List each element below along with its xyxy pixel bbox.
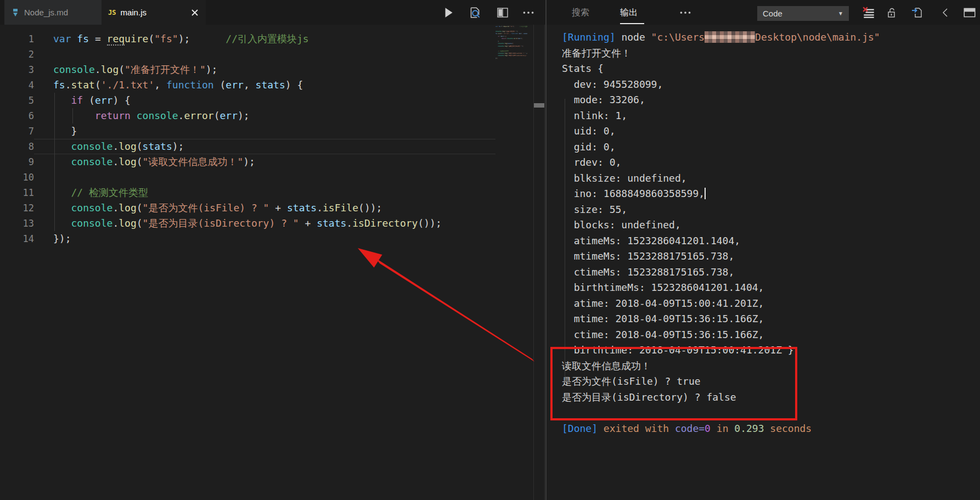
censored-username <box>705 31 755 43</box>
search-editor-button[interactable] <box>465 4 484 21</box>
unlock-scroll-button[interactable] <box>882 4 901 21</box>
overview-ruler <box>533 25 534 500</box>
line-number: 13 <box>0 216 34 231</box>
output-line[interactable]: birthtimeMs: 1523286041201.1404, <box>562 280 980 296</box>
line-number: 8 <box>0 139 34 154</box>
code-line[interactable]: 4fs.stat('./1.txt', function (err, stats… <box>0 77 495 93</box>
open-output-in-editor-button[interactable] <box>908 4 926 21</box>
code-line[interactable]: 12 console.log("是否为文件(isFile) ? " + stat… <box>0 200 495 216</box>
close-icon[interactable] <box>190 8 199 17</box>
collapse-panel-button[interactable] <box>936 4 955 21</box>
vscode-window: Node_js.md JS main.js 搜索 输出 <box>0 0 980 500</box>
text-cursor <box>705 188 706 199</box>
output-line[interactable]: Stats { <box>562 61 980 77</box>
output-line[interactable]: mtimeMs: 1523288175165.738, <box>562 249 980 265</box>
code-line[interactable]: 9 console.log("读取文件信息成功！"); <box>0 154 495 170</box>
output-channel-dropdown[interactable]: Code ▼ <box>757 6 849 21</box>
code-line[interactable]: 5 if (err) { <box>0 93 495 108</box>
code-line[interactable]: 7 } <box>0 123 495 139</box>
tab-bar: Node_js.md JS main.js 搜索 输出 <box>0 0 980 25</box>
code-line[interactable]: 11 // 检测文件类型 <box>0 185 495 200</box>
maximize-panel-button[interactable] <box>960 4 979 21</box>
split-editor-button[interactable] <box>493 4 512 21</box>
code-line[interactable]: 8 console.log(stats); <box>0 139 495 154</box>
line-number: 9 <box>0 154 34 170</box>
tab-nodejs-md[interactable]: Node_js.md <box>4 0 102 25</box>
javascript-icon: JS <box>108 9 116 16</box>
panel-tab-search[interactable]: 搜索 <box>572 0 589 25</box>
output-line[interactable]: atimeMs: 1523286041201.1404, <box>562 233 980 249</box>
line-number: 6 <box>0 108 34 123</box>
output-line[interactable]: mtime: 2018-04-09T15:36:15.166Z, <box>562 311 980 327</box>
clear-output-button[interactable] <box>859 4 878 21</box>
output-line[interactable] <box>562 405 980 421</box>
line-number: 10 <box>0 170 34 185</box>
indent-guide <box>565 99 565 380</box>
output-line[interactable]: ctimeMs: 1523288175165.738, <box>562 265 980 280</box>
panel-more-actions-icon[interactable] <box>676 4 695 21</box>
output-line[interactable]: gid: 0, <box>562 139 980 155</box>
output-content[interactable]: [Running] node "c:\UsersDesktop\node\mai… <box>547 30 980 436</box>
code-line[interactable]: 6 return console.error(err); <box>0 108 495 123</box>
output-panel[interactable]: [Running] node "c:\UsersDesktop\node\mai… <box>547 25 980 500</box>
output-line[interactable]: blksize: undefined, <box>562 171 980 187</box>
code-line[interactable]: 10 <box>0 170 495 185</box>
line-number: 14 <box>0 231 34 246</box>
more-actions-icon[interactable] <box>519 4 538 21</box>
code-lines[interactable]: 1var fs = require("fs"); //引入内置模块js23con… <box>0 31 495 246</box>
line-number: 11 <box>0 185 34 200</box>
active-panel-tab-indicator <box>620 23 644 24</box>
run-code-button[interactable] <box>439 4 458 21</box>
indent-guide <box>72 108 73 123</box>
tab-main-js[interactable]: JS main.js <box>102 0 206 25</box>
output-line[interactable]: nlink: 1, <box>562 108 980 124</box>
output-line[interactable]: 准备打开文件！ <box>562 46 980 61</box>
line-number: 4 <box>0 77 34 93</box>
output-line[interactable]: ino: 1688849860358599, <box>562 186 980 202</box>
code-line[interactable]: 14}); <box>0 231 495 246</box>
output-line[interactable]: mode: 33206, <box>562 92 980 108</box>
output-line[interactable]: birthtime: 2018-04-09T15:00:41.201Z } <box>562 342 980 358</box>
code-line[interactable]: 2 <box>0 47 495 62</box>
line-number: 12 <box>0 200 34 216</box>
output-line[interactable]: 读取文件信息成功！ <box>562 358 980 374</box>
indent-guide <box>54 93 55 231</box>
code-editor[interactable]: 1var fs = require("fs"); //引入内置模块js23con… <box>0 25 495 500</box>
code-line[interactable]: 13 console.log("是否为目录(isDirectory) ? " +… <box>0 216 495 231</box>
output-line[interactable]: 是否为目录(isDirectory) ? false <box>562 390 980 406</box>
output-line[interactable]: rdev: 0, <box>562 155 980 171</box>
markdown-icon <box>11 8 20 17</box>
code-line[interactable]: 3console.log("准备打开文件！"); <box>0 62 495 77</box>
overview-ruler <box>544 25 545 500</box>
line-number: 5 <box>0 93 34 108</box>
panel-sash[interactable] <box>545 0 547 500</box>
output-line[interactable]: blocks: undefined, <box>562 217 980 233</box>
chevron-down-icon: ▼ <box>838 10 843 16</box>
tab-label: Node_js.md <box>24 8 68 17</box>
panel-tab-output[interactable]: 输出 <box>620 0 638 25</box>
output-line[interactable]: [Done] exited with code=0 in 0.293 secon… <box>562 421 980 437</box>
output-line[interactable]: [Running] node "c:\UsersDesktop\node\mai… <box>562 30 980 46</box>
output-line[interactable]: atime: 2018-04-09T15:00:41.201Z, <box>562 296 980 312</box>
output-line[interactable]: 是否为文件(isFile) ? true <box>562 374 980 390</box>
output-line[interactable]: uid: 0, <box>562 123 980 139</box>
code-line[interactable]: 1var fs = require("fs"); //引入内置模块js <box>0 31 495 47</box>
line-number: 7 <box>0 123 34 139</box>
line-number: 3 <box>0 62 34 77</box>
output-line[interactable]: dev: 945528099, <box>562 77 980 93</box>
editor-minimap[interactable]: var fs = require("fs"); //引入内置模块js conso… <box>495 26 527 70</box>
output-line[interactable]: ctime: 2018-04-09T15:36:15.166Z, <box>562 327 980 343</box>
tab-label: main.js <box>120 8 147 17</box>
line-number: 2 <box>0 47 34 62</box>
line-number: 1 <box>0 31 34 47</box>
output-line[interactable]: size: 55, <box>562 202 980 218</box>
output-channel-value: Code <box>763 9 782 18</box>
overview-ruler-cursor-marker[interactable] <box>534 103 544 108</box>
